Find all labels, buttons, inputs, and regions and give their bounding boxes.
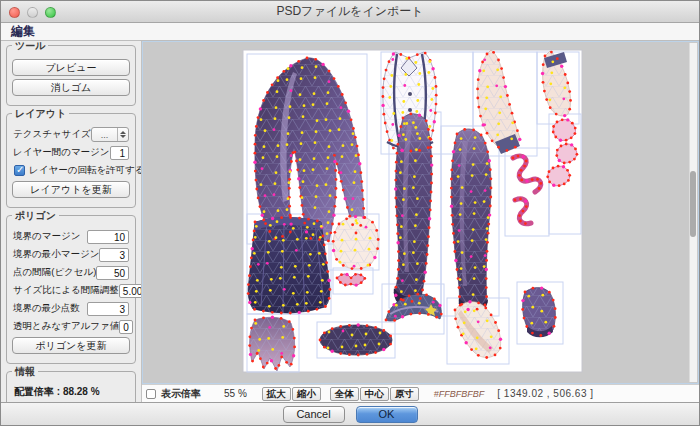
canvas-vertical-scrollbar[interactable]: [689, 43, 697, 382]
tools-group: ツール プレビュー 消しゴム: [6, 45, 136, 106]
layer-margin-label: レイヤー間のマージン: [13, 146, 110, 159]
zoom-in-button[interactable]: 拡大: [262, 387, 291, 401]
point-spacing-input[interactable]: 50: [96, 266, 129, 280]
preview-button[interactable]: プレビュー: [12, 59, 130, 76]
point-spacing-label: 点の間隔(ピクセル): [13, 266, 96, 279]
polygon-group-title: ポリゴン: [12, 209, 59, 223]
close-icon[interactable]: [9, 7, 20, 18]
canvas-toolbar: 表示倍率 55 % 拡大 縮小 全体 中心 原寸 #FFBFBFBF [ 134…: [142, 384, 699, 402]
import-psd-dialog: PSDファイルをインポート 編集 ツール プレビュー 消しゴム レイアウト テク…: [0, 0, 700, 426]
dialog-footer: Cancel OK: [1, 402, 699, 425]
eraser-button[interactable]: 消しゴム: [12, 79, 130, 96]
zoom-percent-value: 55 %: [224, 388, 247, 399]
cursor-coordinates: [ 1349.02 , 506.63 ]: [497, 388, 593, 399]
display-scale-label: 表示倍率: [161, 387, 201, 401]
alpha-threshold-label: 透明とみなすアルファ値: [13, 320, 119, 333]
placement-scale-text: 配置倍率 : 88.28 %: [14, 385, 128, 399]
minimize-icon[interactable]: [27, 7, 38, 18]
actual-size-button[interactable]: 原寸: [390, 387, 419, 401]
tools-group-title: ツール: [12, 41, 48, 53]
fit-all-button[interactable]: 全体: [330, 387, 359, 401]
traffic-lights: [9, 7, 56, 18]
texture-size-select[interactable]: ...: [91, 127, 129, 142]
layout-group-title: レイアウト: [12, 107, 69, 121]
boundary-min-points-label: 境界の最少点数: [13, 302, 80, 315]
texture-size-label: テクスチャサイズ: [13, 128, 91, 141]
center-button[interactable]: 中心: [360, 387, 389, 401]
alpha-threshold-input[interactable]: 0: [119, 320, 133, 334]
allow-rotation-checkbox[interactable]: [14, 165, 25, 176]
layout-group: レイアウト テクスチャサイズ ... レイヤー間のマージン 1 レイヤーの回転を…: [6, 113, 136, 208]
scrollbar-thumb[interactable]: [690, 171, 696, 237]
zoom-out-button[interactable]: 縮小: [292, 387, 321, 401]
layer-margin-input[interactable]: 1: [110, 146, 129, 160]
ok-button[interactable]: OK: [356, 406, 418, 423]
pixel-color-value: #FFBFBFBF: [434, 389, 485, 399]
update-layout-button[interactable]: レイアウトを更新: [12, 181, 130, 198]
polygon-group: ポリゴン 境界のマージン 10 境界の最小マージン 3 点の間隔(ピクセル) 5…: [6, 215, 136, 364]
boundary-margin-label: 境界のマージン: [13, 230, 80, 243]
boundary-min-margin-label: 境界の最小マージン: [13, 248, 99, 261]
boundary-min-points-input[interactable]: 3: [87, 302, 129, 316]
display-scale-checkbox[interactable]: [146, 389, 156, 399]
boundary-min-margin-input[interactable]: 3: [99, 248, 129, 262]
title-bar: PSDファイルをインポート: [1, 1, 699, 23]
window-title: PSDファイルをインポート: [276, 3, 423, 20]
texture-atlas-canvas[interactable]: [142, 41, 699, 384]
menu-edit[interactable]: 編集: [1, 23, 45, 40]
cancel-button[interactable]: Cancel: [283, 406, 345, 423]
stepper-icon: [117, 128, 128, 141]
menu-bar: 編集: [1, 23, 699, 41]
info-group-title: 情報: [12, 365, 38, 379]
boundary-margin-input[interactable]: 10: [87, 230, 129, 244]
size-ratio-spacing-input[interactable]: 5.00: [119, 284, 142, 298]
info-group: 情報 配置倍率 : 88.28 % ラベルを表示: [6, 371, 136, 402]
update-polygon-button[interactable]: ポリゴンを更新: [12, 337, 130, 354]
allow-rotation-label: レイヤーの回転を許可する: [29, 164, 142, 177]
settings-sidebar: ツール プレビュー 消しゴム レイアウト テクスチャサイズ ... レイヤー間の…: [1, 41, 142, 402]
maximize-icon[interactable]: [45, 7, 56, 18]
size-ratio-spacing-label: サイズ比による間隔調整: [13, 284, 119, 297]
